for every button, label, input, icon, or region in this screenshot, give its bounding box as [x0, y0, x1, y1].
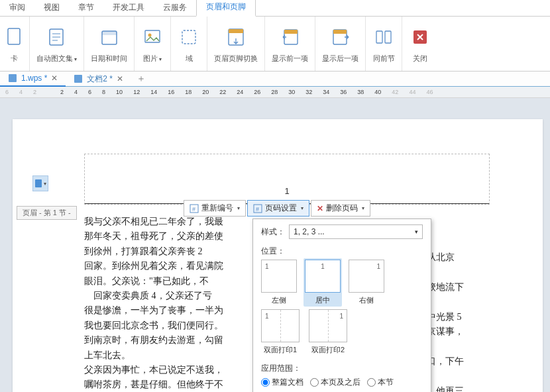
header-options-button[interactable]: ▾	[32, 175, 48, 191]
ribbon-prev-label: 显示前一项	[272, 54, 308, 64]
svg-rect-0	[8, 28, 20, 44]
svg-rect-8	[229, 29, 243, 33]
file-tab-bar: 1.wps * ✕ 文档2 * ✕ ＋	[0, 72, 550, 87]
renumber-button[interactable]: # 重新编号▾	[184, 200, 246, 217]
scope-label: 应用范围：	[261, 363, 301, 374]
svg-rect-10	[284, 30, 298, 34]
style-label: 样式：	[261, 226, 285, 238]
file-tab-2-label: 文档2 *	[87, 74, 113, 85]
page-icon	[34, 179, 44, 188]
pos-right-label: 右侧	[359, 295, 374, 305]
svg-rect-3	[102, 31, 117, 35]
pos-left-label: 左侧	[272, 295, 286, 305]
pos-right[interactable]: 1 右侧	[349, 260, 384, 305]
ribbon-datetime-label: 日期和时间	[91, 54, 127, 64]
ribbon-picture-label: 图片	[143, 54, 158, 62]
delete-page-button[interactable]: ✕ 删除页码▾	[311, 200, 370, 217]
ribbon-autotext[interactable]: 自动图文集▾	[30, 17, 84, 71]
renumber-label: 重新编号	[201, 203, 233, 214]
ribbon-prev[interactable]: 显示前一项	[265, 17, 315, 71]
page-number-toolbar: # 重新编号▾ # 页码设置▾ ✕ 删除页码▾	[184, 200, 370, 217]
ribbon-next[interactable]: 显示后一项	[315, 17, 366, 71]
style-value: 1, 2, 3 ...	[294, 227, 325, 236]
page-area: ▾ 1 页眉 - 第 1 节 - # 重新编号▾ # 页码设置▾ ✕ 删除页码▾	[0, 98, 550, 392]
file-tab-1-label: 1.wps *	[21, 74, 47, 83]
page-setting-icon: #	[253, 204, 262, 213]
tab-cloud[interactable]: 云服务	[154, 0, 196, 16]
svg-rect-13	[376, 31, 382, 43]
pos-left[interactable]: 1 左侧	[261, 260, 297, 305]
file-tab-1[interactable]: 1.wps * ✕	[0, 71, 66, 87]
tab-review[interactable]: 审阅	[0, 0, 34, 16]
header-section-label: 页眉 - 第 1 节 -	[17, 206, 77, 220]
svg-rect-18	[35, 179, 42, 187]
ribbon-autotext-label: 自动图文集	[36, 54, 73, 62]
svg-rect-16	[9, 74, 17, 82]
ruler[interactable]: 6422468101214161820222426283032343638404…	[0, 87, 550, 98]
pos-dbl1[interactable]: 1 双面打印1	[261, 309, 300, 355]
ribbon-linkprev-label: 同前节	[373, 54, 395, 64]
ribbon-next-label: 显示后一项	[322, 54, 358, 64]
page-setting-button[interactable]: # 页码设置▾	[247, 200, 309, 217]
svg-rect-6	[182, 30, 195, 44]
close-icon[interactable]: ✕	[117, 74, 123, 83]
ribbon-switch-label: 页眉页脚切换	[214, 54, 258, 64]
position-label: 位置：	[261, 246, 285, 257]
ribbon-picture[interactable]: 图片▾	[135, 17, 171, 71]
tab-devtools[interactable]: 开发工具	[103, 0, 154, 16]
ribbon-card[interactable]: 卡	[1, 17, 30, 71]
ribbon-field-label: 域	[186, 54, 193, 64]
style-select[interactable]: 1, 2, 3 ... ▾	[289, 224, 423, 239]
scope-section[interactable]: 本节	[367, 377, 394, 388]
page-setting-label: 页码设置	[265, 203, 297, 214]
renumber-icon: #	[190, 204, 199, 213]
doc-icon	[74, 74, 83, 83]
ribbon-card-label: 卡	[11, 54, 18, 62]
pos-dbl2-label: 双面打印2	[311, 345, 345, 355]
svg-rect-14	[385, 31, 391, 43]
add-tab-button[interactable]: ＋	[131, 73, 151, 85]
pos-dbl1-label: 双面打印1	[264, 345, 297, 355]
ribbon: 卡 自动图文集▾ 日期和时间 图片▾ 域 页眉页脚切换 显示前一项 显示后一项 …	[0, 17, 550, 72]
ribbon-tabs: 审阅 视图 章节 开发工具 云服务 页眉和页脚	[0, 0, 550, 17]
header-zone[interactable]: 1	[84, 154, 490, 205]
ribbon-link-prev[interactable]: 同前节	[366, 17, 402, 71]
ribbon-close-label: 关闭	[413, 54, 427, 64]
tab-view[interactable]: 视图	[34, 0, 69, 16]
delete-icon: ✕	[317, 204, 323, 213]
ribbon-datetime[interactable]: 日期和时间	[84, 17, 135, 71]
delete-page-label: 删除页码	[326, 203, 358, 214]
ribbon-field[interactable]: 域	[171, 17, 207, 71]
ribbon-switch[interactable]: 页眉页脚切换	[207, 17, 265, 71]
page: ▾ 1 页眉 - 第 1 节 - # 重新编号▾ # 页码设置▾ ✕ 删除页码▾	[13, 119, 543, 392]
header-page-number: 1	[284, 186, 289, 196]
doc-icon	[8, 74, 17, 83]
scope-whole[interactable]: 整篇文档	[261, 377, 303, 388]
tab-chapter[interactable]: 章节	[69, 0, 103, 16]
file-tab-2[interactable]: 文档2 * ✕	[66, 72, 131, 86]
svg-text:#: #	[256, 206, 259, 213]
close-icon[interactable]: ✕	[51, 74, 58, 83]
pos-dbl2[interactable]: 1 双面打印2	[309, 309, 347, 355]
svg-text:#: #	[192, 206, 195, 213]
scope-after[interactable]: 本页及之后	[310, 377, 360, 388]
ribbon-close[interactable]: 关闭	[402, 17, 438, 71]
svg-rect-12	[333, 30, 347, 34]
page-number-popup: 样式： 1, 2, 3 ... ▾ 位置： 1 左侧 1 居中	[252, 219, 431, 392]
tab-header-footer[interactable]: 页眉和页脚	[196, 0, 256, 17]
svg-point-5	[148, 34, 152, 37]
pos-center-label: 居中	[315, 295, 330, 305]
pos-center[interactable]: 1 居中	[303, 258, 342, 307]
svg-rect-17	[74, 75, 82, 83]
